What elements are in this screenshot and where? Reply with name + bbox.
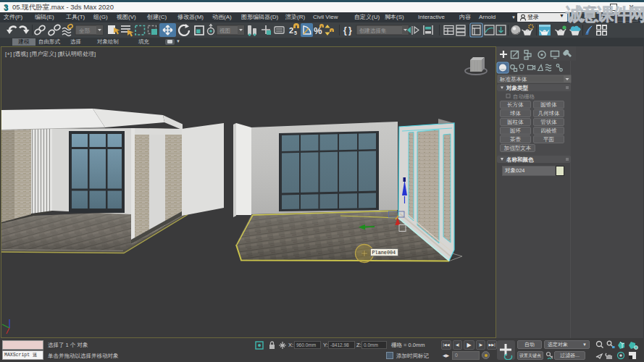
svg-text:5: 5 (294, 30, 297, 35)
svg-text:{: { (343, 25, 347, 35)
svg-text:全部: 全部 (79, 28, 91, 34)
svg-text:创建选择集: 创建选择集 (359, 28, 387, 34)
svg-text:视图: 视图 (219, 28, 230, 34)
svg-text:}: } (348, 25, 352, 35)
svg-text:Plane004: Plane004 (372, 250, 396, 256)
svg-text:2: 2 (289, 26, 293, 35)
svg-text:[+] [透视] [用户定义] [默认明暗处理]: [+] [透视] [用户定义] [默认明暗处理] (5, 51, 96, 57)
